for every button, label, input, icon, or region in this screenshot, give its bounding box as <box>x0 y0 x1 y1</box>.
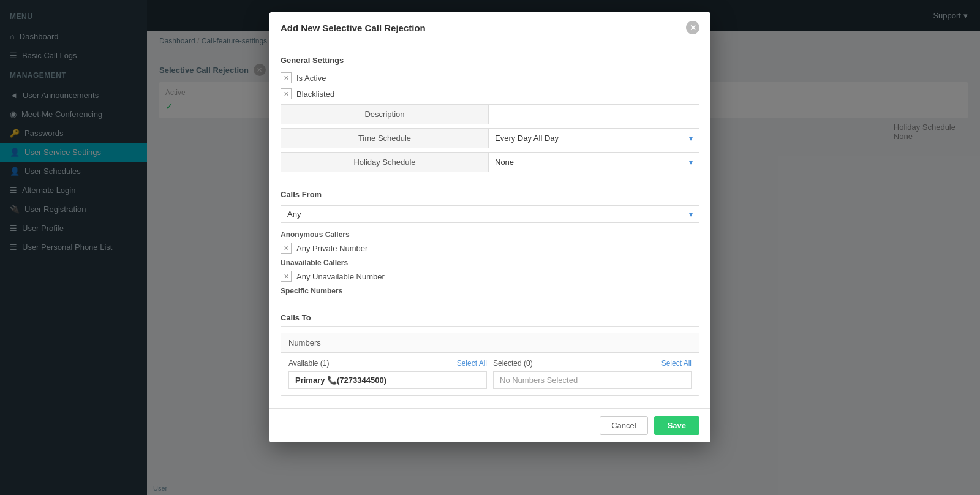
is-active-label: Is Active <box>296 74 326 83</box>
time-schedule-row: Time Schedule Every Day All Day Every Da… <box>281 128 699 148</box>
is-active-checkbox[interactable]: ✕ <box>281 72 292 83</box>
blacklisted-checkbox[interactable]: ✕ <box>281 88 292 99</box>
no-numbers-item: No Numbers Selected <box>493 371 692 389</box>
holiday-schedule-row: Holiday Schedule None Option 1 Option 2 … <box>281 152 699 172</box>
holiday-schedule-select[interactable]: None Option 1 Option 2 <box>495 157 689 167</box>
modal-body: General Settings ✕ Is Active ✕ Blacklist… <box>270 43 710 408</box>
calls-to-section: Calls To Numbers Available (1) Select Al… <box>281 313 699 396</box>
modal-title: Add New Selective Call Rejection <box>281 23 426 33</box>
divider-1 <box>281 181 699 181</box>
time-schedule-select[interactable]: Every Day All Day Every Day Weekdays Wee… <box>495 134 689 143</box>
numbers-box: Numbers Available (1) Select All Primary… <box>281 333 699 396</box>
modal-header: Add New Selective Call Rejection ✕ <box>270 12 710 43</box>
select-all-available-link[interactable]: Select All <box>457 359 487 368</box>
selected-label: Selected (0) <box>493 359 533 368</box>
calls-to-header: Calls To <box>281 313 699 327</box>
general-settings-title: General Settings <box>281 56 699 65</box>
cancel-button[interactable]: Cancel <box>600 416 647 435</box>
specific-numbers-title: Specific Numbers <box>281 287 699 295</box>
select-all-selected-link[interactable]: Select All <box>662 359 692 368</box>
unavailable-callers-title: Unavailable Callers <box>281 259 699 267</box>
numbers-box-header: Numbers <box>281 333 699 353</box>
holiday-schedule-label: Holiday Schedule <box>281 152 489 172</box>
numbers-columns: Available (1) Select All Primary 📞(72733… <box>281 353 699 395</box>
time-schedule-label: Time Schedule <box>281 128 489 148</box>
calls-from-label: Calls From <box>281 190 699 199</box>
divider-2 <box>281 304 699 304</box>
time-schedule-chevron: ▾ <box>689 134 693 143</box>
anonymous-callers-title: Anonymous Callers <box>281 230 699 239</box>
any-unavailable-label: Any Unavailable Number <box>296 272 385 281</box>
calls-from-chevron: ▾ <box>689 210 693 219</box>
any-private-checkbox[interactable]: ✕ <box>281 243 292 254</box>
any-private-label: Any Private Number <box>296 244 368 253</box>
description-value-cell <box>489 104 699 124</box>
save-button[interactable]: Save <box>654 416 699 435</box>
time-schedule-select-cell: Every Day All Day Every Day Weekdays Wee… <box>489 128 699 148</box>
description-input[interactable] <box>495 110 693 119</box>
any-unavailable-checkbox[interactable]: ✕ <box>281 271 292 282</box>
calls-from-select[interactable]: Any Specific Numbers Anonymous <box>287 210 689 219</box>
selected-col-header: Selected (0) Select All <box>493 359 692 368</box>
blacklisted-row: ✕ Blacklisted <box>281 88 699 99</box>
description-row: Description <box>281 104 699 124</box>
available-label: Available (1) <box>288 359 329 368</box>
any-private-row: ✕ Any Private Number <box>281 243 699 254</box>
holiday-schedule-select-cell: None Option 1 Option 2 ▾ <box>489 152 699 172</box>
modal: Add New Selective Call Rejection ✕ Gener… <box>270 12 710 442</box>
any-unavailable-row: ✕ Any Unavailable Number <box>281 271 699 282</box>
number-item-primary[interactable]: Primary 📞(7273344500) <box>288 371 487 389</box>
available-col: Available (1) Select All Primary 📞(72733… <box>288 359 487 389</box>
calls-from-select-row: Any Specific Numbers Anonymous ▾ <box>281 205 699 223</box>
modal-close-button[interactable]: ✕ <box>686 21 699 34</box>
modal-footer: Cancel Save <box>270 408 710 442</box>
is-active-row: ✕ Is Active <box>281 72 699 83</box>
description-label: Description <box>281 104 489 124</box>
blacklisted-label: Blacklisted <box>296 89 334 99</box>
available-col-header: Available (1) Select All <box>288 359 487 368</box>
modal-overlay: Add New Selective Call Rejection ✕ Gener… <box>0 0 980 495</box>
selected-col: Selected (0) Select All No Numbers Selec… <box>493 359 692 389</box>
holiday-schedule-chevron: ▾ <box>689 158 693 167</box>
